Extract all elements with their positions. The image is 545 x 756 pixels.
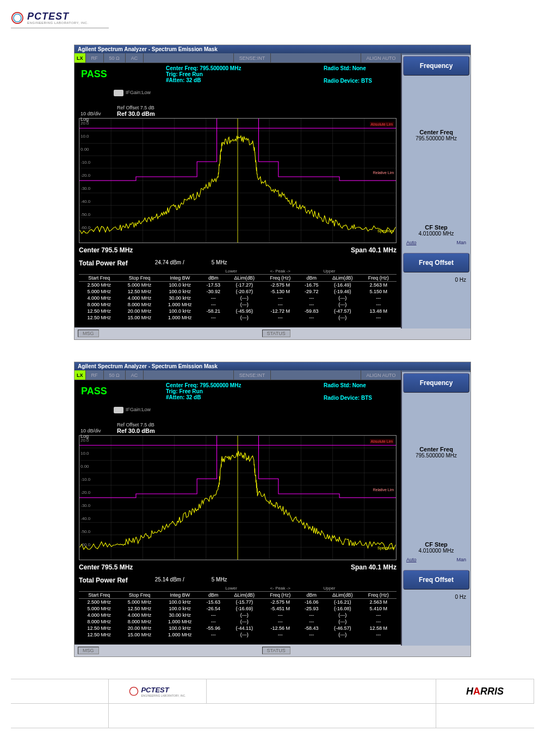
table-row: 8.000 MHz8.000 MHz1.000 MHz---(---)-----… bbox=[79, 618, 397, 625]
table-cell: (-46.57) bbox=[325, 625, 361, 631]
table-cell: (---) bbox=[226, 618, 262, 625]
table-row: 2.500 MHz5.000 MHz100.0 kHz-17.53(-17.27… bbox=[79, 282, 397, 289]
ytick-label: -10.0 bbox=[80, 477, 90, 482]
pctest-logo: PCTEST ENGINEERING LABORATORY, INC. bbox=[11, 11, 109, 28]
table-cell: 15.00 MHz bbox=[119, 314, 159, 321]
upper-header: Upper bbox=[298, 268, 360, 275]
ifgain-label: IFGain:Low bbox=[81, 407, 155, 413]
frequency-softkey[interactable]: Frequency bbox=[403, 373, 469, 393]
col-header: ΔLim(dB) bbox=[325, 592, 361, 599]
status-box: STATUS bbox=[262, 330, 290, 337]
logo-sub: ENGINEERING LABORATORY, INC. bbox=[27, 21, 89, 24]
measurement-info: Center Freq: 795.500000 MHzTrig: Free Ru… bbox=[162, 63, 319, 102]
table-cell: 5.150 M bbox=[361, 288, 397, 295]
col-header: Stop Freq bbox=[119, 592, 159, 599]
table-row: 8.000 MHz8.000 MHz1.000 MHz---(---)-----… bbox=[79, 301, 397, 308]
auto-toggle[interactable]: Auto bbox=[406, 240, 417, 245]
table-cell: 100.0 kHz bbox=[160, 599, 200, 606]
ytick-label: -50.0 bbox=[80, 529, 90, 534]
table-cell: 5.000 MHz bbox=[119, 599, 159, 606]
total-power-ref-label: Total Power Ref bbox=[79, 259, 128, 267]
table-cell: 2.500 MHz bbox=[79, 282, 119, 289]
table-cell: 20.00 MHz bbox=[119, 308, 159, 314]
table-cell: 8.000 MHz bbox=[119, 301, 159, 308]
measurement-info: Center Freq: 795.500000 MHzTrig: Free Ru… bbox=[162, 380, 319, 419]
cf-step-softkey[interactable]: CF Step4.010000 MHz bbox=[402, 221, 470, 240]
table-row: 2.500 MHz5.000 MHz100.0 kHz-15.63(-15.77… bbox=[79, 599, 397, 606]
table-cell: 8.000 MHz bbox=[119, 618, 159, 625]
upper-header: Upper bbox=[298, 585, 360, 592]
center-freq-label: Center 795.5 MHz bbox=[79, 563, 133, 571]
freq-offset-softkey[interactable]: Freq Offset bbox=[403, 253, 469, 272]
lx-indicator: LX bbox=[75, 370, 86, 380]
table-cell: -12.56 M bbox=[262, 625, 298, 631]
table-cell: --- bbox=[298, 612, 324, 618]
span-label: Span 40.1 MHz bbox=[351, 246, 397, 254]
radio-info: Radio Std: NoneRadio Device: BTS bbox=[319, 63, 401, 102]
table-cell: --- bbox=[298, 314, 324, 321]
man-toggle[interactable]: Man bbox=[456, 557, 466, 562]
table-cell: --- bbox=[361, 618, 397, 625]
col-header: dBm bbox=[200, 592, 226, 599]
table-cell: --- bbox=[200, 631, 226, 638]
table-cell: --- bbox=[361, 295, 397, 301]
table-row: 12.50 MHz20.00 MHz100.0 kHz-55.96(-44.11… bbox=[79, 625, 397, 631]
ytick-label: -10.0 bbox=[80, 160, 90, 165]
table-cell: --- bbox=[262, 295, 298, 301]
table-cell: (---) bbox=[226, 301, 262, 308]
ytick-label: -60.0 bbox=[80, 542, 90, 547]
impedance-label: 50 Ω bbox=[104, 53, 126, 63]
peak-header: <- Peak -> bbox=[262, 268, 298, 275]
table-cell: (-47.57) bbox=[325, 308, 361, 314]
table-row: 12.50 MHz15.00 MHz1.000 MHz---(---)-----… bbox=[79, 631, 397, 638]
total-power-ref-bw: 5 MHz bbox=[212, 259, 227, 267]
yaxis-scale: 10 dB/div bbox=[80, 111, 101, 116]
table-cell: 2.563 M bbox=[361, 599, 397, 606]
table-cell: --- bbox=[200, 295, 226, 301]
ref-offset: Ref Offset 7.5 dB bbox=[117, 422, 154, 427]
table-cell: -16.06 bbox=[298, 599, 324, 606]
col-header: Start Freq bbox=[79, 275, 119, 282]
pass-indicator: PASS bbox=[81, 69, 155, 80]
impedance-label: 50 Ω bbox=[104, 370, 126, 380]
col-header: Start Freq bbox=[79, 592, 119, 599]
center-freq-softkey[interactable]: Center Freq795.500000 MHz bbox=[402, 126, 470, 145]
absolute-limit-label: Absolute Lim bbox=[370, 439, 394, 444]
table-cell: 13.48 M bbox=[361, 308, 397, 314]
page-footer: PCTEST ENGINEERING LABORATORY, INC. HARR… bbox=[11, 679, 534, 728]
table-cell: (-20.67) bbox=[226, 288, 262, 295]
table-cell: --- bbox=[361, 631, 397, 638]
table-cell: 12.50 MHz bbox=[119, 288, 159, 295]
table-cell: --- bbox=[262, 301, 298, 308]
softkey-panel: FrequencyCenter Freq795.500000 MHzCF Ste… bbox=[401, 372, 470, 646]
table-cell: (---) bbox=[325, 631, 361, 638]
table-cell: 4.000 MHz bbox=[79, 612, 119, 618]
cf-step-softkey[interactable]: CF Step4.010000 MHz bbox=[402, 538, 470, 557]
table-row: 5.000 MHz12.50 MHz100.0 kHz-30.92(-20.67… bbox=[79, 288, 397, 295]
ytick-label: 10.0 bbox=[80, 134, 89, 139]
analyzer-window: Agilent Spectrum Analyzer - Spectrum Emi… bbox=[74, 362, 471, 657]
table-cell: -55.96 bbox=[200, 625, 226, 631]
peak-header: <- Peak -> bbox=[262, 585, 298, 592]
auto-toggle[interactable]: Auto bbox=[406, 557, 417, 562]
col-header: ΔLim(dB) bbox=[226, 275, 262, 282]
table-cell: 100.0 kHz bbox=[160, 625, 200, 631]
table-cell: --- bbox=[298, 301, 324, 308]
table-cell: --- bbox=[361, 301, 397, 308]
table-cell: (---) bbox=[325, 618, 361, 625]
pass-indicator: PASS bbox=[81, 386, 155, 397]
relative-limit-label: Relative Lim bbox=[373, 488, 394, 492]
table-cell: (---) bbox=[325, 314, 361, 321]
ytick-label: -60.0 bbox=[80, 225, 90, 230]
table-cell: (---) bbox=[226, 631, 262, 638]
table-cell: (-16.69) bbox=[226, 605, 262, 612]
table-cell: --- bbox=[298, 631, 324, 638]
table-cell: 5.000 MHz bbox=[79, 605, 119, 612]
frequency-softkey[interactable]: Frequency bbox=[403, 56, 469, 76]
man-toggle[interactable]: Man bbox=[456, 240, 466, 245]
ytick-label: 20.0 bbox=[80, 121, 89, 126]
table-cell: 30.00 kHz bbox=[160, 612, 200, 618]
center-freq-softkey[interactable]: Center Freq795.500000 MHz bbox=[402, 443, 470, 462]
window-titlebar: Agilent Spectrum Analyzer - Spectrum Emi… bbox=[75, 45, 470, 53]
freq-offset-softkey[interactable]: Freq Offset bbox=[403, 570, 469, 590]
